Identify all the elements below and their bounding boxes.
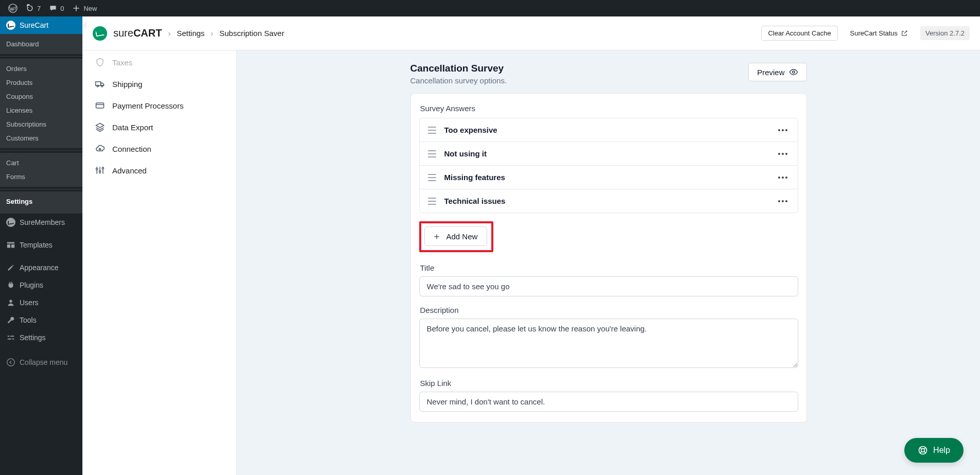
sidebar-sub-dashboard[interactable]: Dashboard [0,37,82,51]
more-actions-button[interactable] [776,151,789,157]
survey-card: Survey Answers Too expensive Not using i… [410,93,807,423]
settings-subnav: Taxes Shipping Payment Processors Data E… [82,50,237,475]
svg-point-1 [9,300,12,303]
sidebar-sub-coupons[interactable]: Coupons [0,90,82,103]
more-actions-button[interactable] [776,198,789,204]
svg-rect-10 [96,103,104,108]
drag-handle-icon[interactable] [428,127,436,134]
sidebar-sub-forms[interactable]: Forms [0,170,82,184]
suremembers-icon [6,218,15,227]
svg-rect-4 [8,339,11,340]
collapse-icon [6,358,15,367]
main-region: sureCART › Settings › Subscription Saver… [82,16,980,475]
sidebar-label: Templates [20,241,53,249]
section-subtitle: Cancellation survey options. [410,76,507,85]
svg-line-24 [924,447,926,449]
nav-label: Taxes [112,58,132,67]
refresh-count: 7 [37,5,41,12]
sidebar-sub-cart[interactable]: Cart [0,156,82,170]
wp-admin-toolbar: 7 0 New [0,0,980,16]
drag-handle-icon[interactable] [428,174,436,181]
sidebar-label: Tools [20,316,37,324]
skip-link-input[interactable] [419,392,798,412]
nav-label: Advanced [112,166,147,175]
sidebar-item-templates[interactable]: Templates [0,236,82,254]
nav-label: Data Export [112,123,153,132]
preview-label: Preview [757,68,784,77]
answer-row: Not using it [420,142,798,166]
sidebar-item-users[interactable]: Users [0,294,82,311]
sidebar-label: SureMembers [20,218,65,226]
sidebar-sub-settings[interactable]: Settings [0,195,82,208]
drag-handle-icon[interactable] [428,198,436,205]
svg-point-16 [99,171,100,172]
add-new-highlight: ＋ Add New [419,221,494,252]
svg-rect-3 [10,336,14,337]
svg-point-17 [102,167,104,169]
nav-label: Connection [112,145,151,153]
appearance-icon [6,263,15,272]
toolbar-new[interactable]: New [68,0,101,16]
sidebar-item-plugins[interactable]: Plugins [0,276,82,294]
title-input[interactable] [419,276,798,296]
settings-icon [6,333,15,342]
sidebar-item-tools[interactable]: Tools [0,311,82,329]
sidebar-label: Plugins [20,281,43,289]
plugins-icon [6,280,15,290]
nav-label: Payment Processors [112,101,183,110]
surecart-status-button[interactable]: SureCart Status [844,26,915,40]
more-actions-button[interactable] [776,127,789,133]
sidebar-item-appearance[interactable]: Appearance [0,259,82,276]
description-textarea[interactable]: Before you cancel, please let us know th… [419,319,798,368]
answer-label: Too expensive [444,126,768,134]
version-badge: Version 2.7.2 [920,26,970,40]
add-new-button[interactable]: ＋ Add New [424,226,488,246]
nav-shipping[interactable]: Shipping [88,73,231,95]
more-actions-button[interactable] [776,174,789,181]
new-label: New [83,5,97,12]
svg-line-22 [924,452,926,453]
sidebar-item-suremembers[interactable]: SureMembers [0,214,82,231]
life-buoy-icon [918,445,928,455]
plus-icon: ＋ [432,232,441,241]
toolbar-comments[interactable]: 0 [45,0,68,16]
skip-link-label: Skip Link [420,379,798,388]
wp-logo[interactable] [4,0,22,16]
sidebar-sub-products[interactable]: Products [0,76,82,90]
sidebar-item-wp-settings[interactable]: Settings [0,329,82,346]
shield-icon [95,57,105,67]
section-header: Cancellation Survey Cancellation survey … [410,50,807,93]
sliders-icon [95,165,105,175]
nav-payment-processors[interactable]: Payment Processors [88,95,231,116]
help-fab-button[interactable]: Help [904,438,964,463]
surecart-icon [6,21,15,30]
eye-icon [789,67,798,77]
sidebar-item-surecart[interactable]: SureCart [0,16,82,34]
svg-point-9 [101,85,103,87]
wp-admin-sidebar: SureCart Dashboard Orders Products Coupo… [0,16,82,475]
sidebar-label: SureCart [20,21,48,29]
svg-point-15 [96,168,98,170]
breadcrumb-settings[interactable]: Settings [177,29,204,38]
drag-handle-icon[interactable] [428,150,436,157]
sidebar-sub-licenses[interactable]: Licenses [0,103,82,117]
clear-cache-button[interactable]: Clear Account Cache [761,26,837,41]
preview-button[interactable]: Preview [748,63,806,81]
nav-label: Shipping [112,80,142,89]
breadcrumb-current: Subscription Saver [219,29,284,38]
sidebar-sub-customers[interactable]: Customers [0,131,82,145]
sidebar-sub-orders[interactable]: Orders [0,62,82,76]
toolbar-refresh[interactable]: 7 [22,0,45,16]
svg-rect-5 [12,339,14,340]
svg-line-21 [920,447,921,449]
answer-row: Technical issues [420,189,798,213]
nav-data-export[interactable]: Data Export [88,116,231,138]
status-label: SureCart Status [850,29,898,37]
sidebar-sub-subscriptions[interactable]: Subscriptions [0,117,82,131]
sidebar-collapse[interactable]: Collapse menu [0,354,82,371]
nav-taxes[interactable]: Taxes [88,51,231,73]
sidebar-label: Appearance [20,263,59,272]
nav-advanced[interactable]: Advanced [88,160,231,181]
nav-connection[interactable]: Connection [88,138,231,160]
cloud-icon [95,144,105,154]
